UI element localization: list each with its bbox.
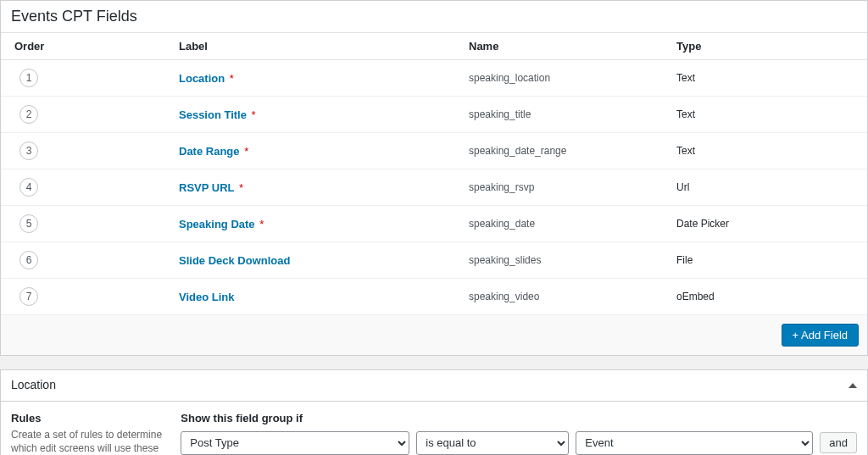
field-label-link[interactable]: Location (179, 72, 225, 85)
table-row[interactable]: 2Session Title *speaking_titleText (1, 97, 867, 133)
label-cell: Video Link (170, 282, 460, 312)
col-header-order: Order (1, 33, 170, 59)
fields-panel-title: Events CPT Fields (1, 1, 867, 32)
label-cell: RSVP URL * (170, 173, 460, 203)
rules-heading: Show this field group if (181, 412, 857, 424)
name-cell: speaking_date_range (460, 136, 668, 165)
label-cell: Session Title * (170, 100, 460, 130)
type-cell: Url (668, 173, 867, 202)
label-cell: Location * (170, 64, 460, 93)
order-cell: 2 (1, 97, 170, 132)
type-cell: File (668, 246, 867, 275)
location-panel-header: Location (1, 370, 867, 402)
label-cell: Date Range * (170, 136, 460, 166)
name-cell: speaking_location (460, 64, 668, 92)
col-header-type: Type (668, 33, 867, 59)
order-cell: 5 (1, 206, 170, 241)
rules-sidebar: Rules Create a set of rules to determine… (11, 412, 167, 455)
order-cell: 1 (1, 60, 170, 96)
type-cell: oEmbed (668, 282, 867, 311)
order-cell: 7 (1, 279, 170, 314)
fields-panel: Events CPT Fields Order Label Name Type … (0, 0, 868, 356)
field-label-link[interactable]: Slide Deck Download (179, 254, 290, 267)
field-label-link[interactable]: Date Range (179, 145, 240, 158)
table-row[interactable]: 6Slide Deck Downloadspeaking_slidesFile (1, 242, 867, 279)
collapse-toggle-icon[interactable] (849, 383, 857, 388)
rule-operator-select[interactable]: is equal to (416, 431, 569, 455)
type-cell: Date Picker (668, 209, 867, 238)
and-button[interactable]: and (820, 432, 857, 453)
type-cell: Text (668, 100, 867, 129)
add-field-button[interactable]: + Add Field (782, 324, 859, 347)
table-row[interactable]: 4RSVP URL *speaking_rsvpUrl (1, 169, 867, 206)
rules-main: Show this field group if Post Type is eq… (181, 412, 857, 455)
order-badge[interactable]: 4 (19, 178, 38, 197)
rule-value-select[interactable]: Event (576, 431, 813, 455)
type-cell: Text (668, 136, 867, 165)
table-row[interactable]: 7Video Linkspeaking_videooEmbed (1, 279, 867, 315)
order-badge[interactable]: 2 (19, 105, 38, 124)
rule-param-select[interactable]: Post Type (181, 431, 409, 455)
field-label-link[interactable]: Video Link (179, 291, 235, 303)
required-marker: * (242, 145, 249, 158)
rule-row: Post Type is equal to Event and (181, 431, 857, 455)
location-panel-title: Location (11, 377, 56, 394)
name-cell: speaking_rsvp (460, 173, 668, 202)
order-badge[interactable]: 5 (19, 214, 38, 233)
required-marker: * (236, 181, 244, 194)
table-row[interactable]: 1Location *speaking_locationText (1, 60, 867, 97)
fields-footer: + Add Field (1, 315, 867, 355)
field-rows: 1Location *speaking_locationText2Session… (1, 60, 867, 315)
order-badge[interactable]: 7 (19, 287, 38, 306)
required-marker: * (257, 218, 264, 230)
required-marker: * (248, 108, 256, 121)
order-badge[interactable]: 6 (19, 251, 38, 269)
table-row[interactable]: 5Speaking Date *speaking_dateDate Picker (1, 206, 867, 242)
order-badge[interactable]: 1 (19, 69, 38, 87)
order-cell: 6 (1, 242, 170, 278)
label-cell: Speaking Date * (170, 209, 460, 239)
col-header-label: Label (170, 33, 460, 59)
order-badge[interactable]: 3 (19, 141, 38, 160)
col-header-name: Name (460, 33, 668, 59)
fields-body: Order Label Name Type 1Location *speakin… (1, 32, 867, 355)
field-label-link[interactable]: RSVP URL (179, 181, 235, 194)
name-cell: speaking_title (460, 100, 668, 129)
field-label-link[interactable]: Speaking Date (179, 218, 255, 230)
type-cell: Text (668, 64, 867, 92)
name-cell: speaking_slides (460, 246, 668, 275)
name-cell: speaking_date (460, 209, 668, 238)
rules-desc: Create a set of rules to determine which… (11, 428, 167, 455)
rules-title: Rules (11, 412, 167, 424)
order-cell: 3 (1, 133, 170, 169)
location-panel: Location Rules Create a set of rules to … (0, 369, 868, 455)
location-body: Rules Create a set of rules to determine… (1, 402, 867, 455)
field-list-header: Order Label Name Type (1, 32, 867, 60)
name-cell: speaking_video (460, 282, 668, 311)
label-cell: Slide Deck Download (170, 246, 460, 275)
required-marker: * (226, 72, 234, 85)
field-label-link[interactable]: Session Title (179, 108, 247, 121)
table-row[interactable]: 3Date Range *speaking_date_rangeText (1, 133, 867, 169)
order-cell: 4 (1, 169, 170, 205)
